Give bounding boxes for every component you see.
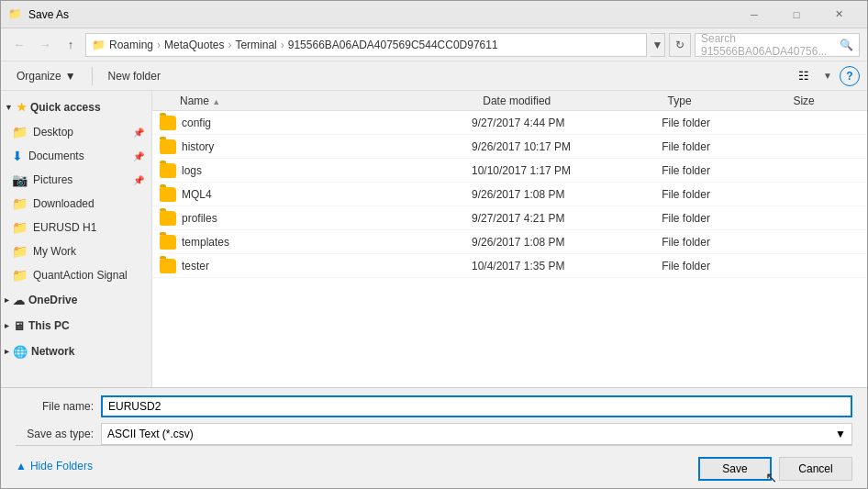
table-row[interactable]: profiles 9/27/2017 4:21 PM File folder xyxy=(152,206,867,230)
column-size[interactable]: Size xyxy=(785,94,867,107)
hide-folders-label: Hide Folders xyxy=(30,460,93,472)
folder-icon: 📁 xyxy=(12,125,28,139)
folder-icon: 📁 xyxy=(12,244,28,259)
cancel-button[interactable]: Cancel xyxy=(779,457,852,481)
file-row-name: tester xyxy=(152,259,464,273)
title-bar-buttons: ─ □ ✕ xyxy=(733,1,860,28)
sidebar-item-label-documents: Documents xyxy=(28,150,84,162)
sidebar-item-documents[interactable]: ⬇ Documents 📌 xyxy=(1,144,151,168)
buttons-row: Save ↖ Cancel xyxy=(698,457,852,481)
sidebar-section-network[interactable]: ▸ 🌐 Network xyxy=(1,339,151,364)
dropdown-arrow-icon: ▼ xyxy=(835,428,846,440)
sidebar-item-label-eurusd: EURUSD H1 xyxy=(33,221,96,234)
folder-icon xyxy=(160,259,176,273)
path-text: Roaming › MetaQuotes › Terminal › 915566… xyxy=(109,39,640,51)
file-name-text: tester xyxy=(182,260,209,272)
onedrive-icon: ☁ xyxy=(13,294,25,307)
table-row[interactable]: MQL4 9/26/2017 1:08 PM File folder xyxy=(152,183,867,206)
address-bar: ← → ↑ 📁 Roaming › MetaQuotes › Terminal … xyxy=(1,28,867,61)
sidebar-section-this-pc[interactable]: ▸ 🖥 This PC xyxy=(1,313,151,339)
sidebar-item-quantaction[interactable]: 📁 QuantAction Signal xyxy=(1,263,151,287)
sidebar-section-quick-access[interactable]: ▼ ★ Quick access xyxy=(1,94,151,120)
file-name-text: profiles xyxy=(182,212,217,225)
view-toggle-button[interactable]: ☷ xyxy=(792,66,816,86)
toolbar: Organize ▼ New folder ☷ ▼ ? xyxy=(1,61,867,91)
table-row[interactable]: logs 10/10/2017 1:17 PM File folder xyxy=(152,159,867,183)
sidebar-item-desktop[interactable]: 📁 Desktop 📌 xyxy=(1,120,151,144)
table-row[interactable]: history 9/26/2017 10:17 PM File folder xyxy=(152,135,867,159)
column-type[interactable]: Type xyxy=(661,94,786,107)
column-date-modified[interactable]: Date modified xyxy=(475,94,660,107)
chevron-right-icon: ▸ xyxy=(5,347,9,356)
file-row-date: 9/27/2017 4:21 PM xyxy=(464,212,654,225)
file-list-header: Name ▲ Date modified Type Size xyxy=(152,91,867,111)
help-button[interactable]: ? xyxy=(840,66,860,86)
chevron-right-icon: ▸ xyxy=(5,295,9,305)
table-row[interactable]: templates 9/26/2017 1:08 PM File folder xyxy=(152,230,867,254)
search-placeholder: Search 915566BA06ADA40756... xyxy=(701,32,840,58)
file-row-date: 9/26/2017 10:17 PM xyxy=(464,140,654,153)
folder-icon: ⬇ xyxy=(12,149,23,163)
address-path[interactable]: 📁 Roaming › MetaQuotes › Terminal › 9155… xyxy=(85,33,647,57)
hide-folders-button[interactable]: ▲ Hide Folders xyxy=(16,460,93,472)
sidebar: ▼ ★ Quick access 📁 Desktop 📌 ⬇ Documents… xyxy=(1,91,152,387)
file-row-name: logs xyxy=(152,163,464,178)
refresh-button[interactable]: ↻ xyxy=(669,33,691,57)
sort-arrow-icon: ▲ xyxy=(212,97,220,106)
file-name-input[interactable] xyxy=(101,395,852,417)
save-type-label: Save as type: xyxy=(16,428,94,440)
cursor-icon: ↖ xyxy=(765,469,777,486)
file-row-date: 10/10/2017 1:17 PM xyxy=(464,164,654,177)
organize-chevron-icon: ▼ xyxy=(65,70,76,83)
toolbar-separator xyxy=(92,67,93,85)
file-row-type: File folder xyxy=(654,164,784,177)
forward-button[interactable]: → xyxy=(34,34,56,56)
organize-label: Organize xyxy=(17,70,61,83)
new-folder-button[interactable]: New folder xyxy=(100,64,169,88)
bottom-area: File name: Save as type: ASCII Text (*.c… xyxy=(1,387,867,488)
table-row[interactable]: tester 10/4/2017 1:35 PM File folder xyxy=(152,254,867,278)
sidebar-item-label-desktop: Desktop xyxy=(33,126,73,139)
file-name-text: config xyxy=(182,117,211,129)
column-name[interactable]: Name ▲ xyxy=(152,94,475,107)
up-button[interactable]: ↑ xyxy=(60,34,82,56)
sidebar-section-label-onedrive: OneDrive xyxy=(28,294,77,306)
address-dropdown[interactable]: ▼ xyxy=(651,33,665,57)
sidebar-item-label-downloaded: Downloaded xyxy=(33,197,95,210)
file-row-name: templates xyxy=(152,235,464,250)
close-button[interactable]: ✕ xyxy=(818,1,860,28)
pc-icon: 🖥 xyxy=(13,319,25,333)
organize-button[interactable]: Organize ▼ xyxy=(8,64,84,88)
folder-icon: 📁 xyxy=(12,196,28,211)
sidebar-section-onedrive[interactable]: ▸ ☁ OneDrive xyxy=(1,287,151,313)
file-row-name: history xyxy=(152,139,464,154)
path-folder-icon: 📁 xyxy=(92,39,106,51)
maximize-button[interactable]: □ xyxy=(775,1,818,28)
content-area: ▼ ★ Quick access 📁 Desktop 📌 ⬇ Documents… xyxy=(1,91,867,387)
sidebar-item-eurusd-h1[interactable]: 📁 EURUSD H1 xyxy=(1,216,151,239)
table-row[interactable]: config 9/27/2017 4:44 PM File folder xyxy=(152,111,867,135)
path-segment-terminal: Terminal xyxy=(235,39,276,51)
save-button[interactable]: Save ↖ xyxy=(698,457,772,481)
back-button[interactable]: ← xyxy=(8,34,30,56)
folder-icon: 📁 xyxy=(12,268,28,283)
file-row-name: config xyxy=(152,116,464,130)
file-row-name: MQL4 xyxy=(152,187,464,202)
network-icon: 🌐 xyxy=(13,345,28,359)
folder-icon: 📁 xyxy=(12,220,28,235)
save-type-row: Save as type: ASCII Text (*.csv) ▼ xyxy=(16,423,852,445)
file-rows-container: config 9/27/2017 4:44 PM File folder his… xyxy=(152,111,867,278)
star-icon: ★ xyxy=(17,101,27,114)
search-box[interactable]: Search 915566BA06ADA40756... 🔍 xyxy=(695,33,860,57)
window-title: Save As xyxy=(28,8,733,21)
folder-icon: 📷 xyxy=(12,172,28,187)
file-row-type: File folder xyxy=(654,236,784,249)
save-type-select[interactable]: ASCII Text (*.csv) ▼ xyxy=(101,423,852,445)
view-dropdown-icon[interactable]: ▼ xyxy=(823,71,832,81)
sidebar-item-pictures[interactable]: 📷 Pictures 📌 xyxy=(1,168,151,192)
sidebar-item-downloaded[interactable]: 📁 Downloaded xyxy=(1,192,151,216)
minimize-button[interactable]: ─ xyxy=(733,1,775,28)
pin-icon: 📌 xyxy=(133,128,144,138)
chevron-up-icon: ▲ xyxy=(16,460,27,472)
sidebar-item-my-work[interactable]: 📁 My Work xyxy=(1,239,151,263)
